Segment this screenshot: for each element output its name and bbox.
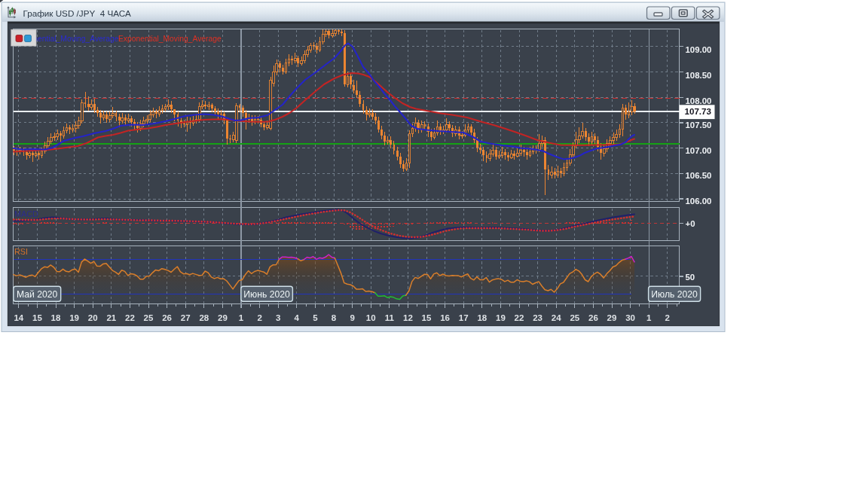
svg-text:107.00: 107.00 — [686, 146, 712, 155]
svg-text:30: 30 — [625, 313, 635, 322]
svg-text:15: 15 — [32, 313, 42, 322]
svg-text:График USD /JPY 4 ЧАСА: График USD /JPY 4 ЧАСА — [23, 8, 132, 18]
svg-text:1: 1 — [239, 313, 244, 322]
svg-text:108.00: 108.00 — [686, 96, 712, 105]
svg-text:12: 12 — [403, 313, 413, 322]
svg-text:25: 25 — [570, 313, 579, 322]
svg-text:4: 4 — [295, 313, 300, 322]
svg-text:9: 9 — [350, 313, 354, 322]
svg-text:26: 26 — [588, 313, 598, 322]
svg-text:+0: +0 — [686, 219, 695, 228]
svg-text:29: 29 — [218, 313, 228, 322]
svg-text:19: 19 — [496, 313, 506, 322]
svg-text:106.00: 106.00 — [686, 197, 712, 206]
svg-text:5: 5 — [313, 313, 318, 322]
svg-text:18: 18 — [51, 313, 61, 322]
svg-text:8: 8 — [332, 313, 337, 322]
svg-text:24: 24 — [552, 313, 561, 322]
svg-text:16: 16 — [440, 313, 450, 322]
svg-text:50: 50 — [686, 273, 695, 282]
svg-text:23: 23 — [533, 313, 542, 322]
svg-text:Июнь 2020: Июнь 2020 — [243, 289, 290, 300]
svg-text:28: 28 — [199, 313, 209, 322]
svg-text:Май 2020: Май 2020 — [17, 289, 58, 300]
svg-text:27: 27 — [181, 313, 191, 322]
svg-text:14: 14 — [14, 313, 23, 322]
svg-text:2: 2 — [665, 313, 670, 322]
svg-text:10: 10 — [366, 313, 376, 322]
svg-text:18: 18 — [477, 313, 487, 322]
svg-text:21: 21 — [106, 313, 116, 322]
svg-text:106.50: 106.50 — [686, 171, 712, 180]
svg-text:3: 3 — [276, 313, 280, 322]
svg-text:20: 20 — [88, 313, 98, 322]
svg-text:MACD: MACD — [14, 209, 38, 218]
svg-text:RSI: RSI — [14, 247, 28, 256]
svg-text:Exponential_Moving_Average: Exponential_Moving_Average — [118, 35, 222, 43]
svg-text:11: 11 — [385, 313, 395, 322]
svg-text:19: 19 — [69, 313, 79, 322]
svg-text:17: 17 — [459, 313, 469, 322]
svg-text:15: 15 — [422, 313, 432, 322]
svg-text:25: 25 — [144, 313, 154, 322]
svg-text:1: 1 — [646, 313, 652, 322]
svg-text:109.00: 109.00 — [686, 45, 712, 54]
svg-text:108.50: 108.50 — [686, 71, 712, 80]
svg-text:107.73: 107.73 — [685, 106, 712, 116]
svg-text:Июль 2020: Июль 2020 — [651, 289, 698, 300]
svg-text:2: 2 — [257, 313, 261, 322]
svg-text:22: 22 — [125, 313, 135, 322]
svg-text:26: 26 — [162, 313, 172, 322]
svg-text:22: 22 — [515, 313, 524, 322]
svg-text:107.50: 107.50 — [686, 120, 712, 130]
svg-text:29: 29 — [607, 313, 617, 322]
